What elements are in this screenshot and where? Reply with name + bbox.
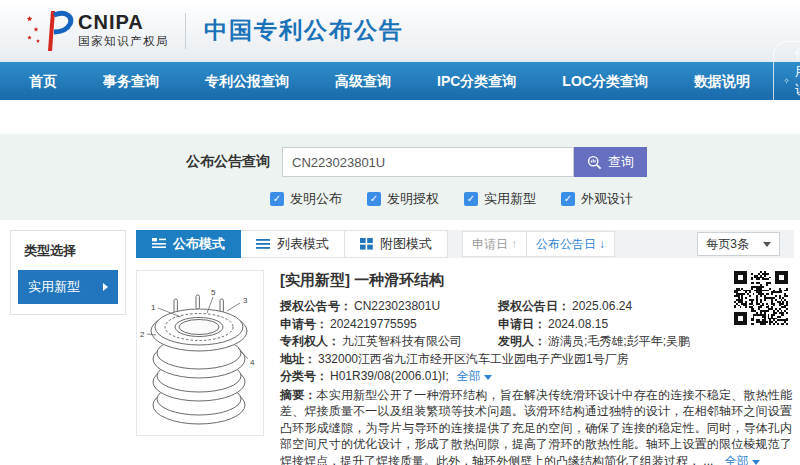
publication-mode-icon xyxy=(152,238,166,250)
field-address: 地址： 332000江西省九江市经开区汽车工业园电子产业园1号厂房 xyxy=(280,351,792,369)
checkbox-checked-icon[interactable] xyxy=(367,192,381,206)
classification-expand-link[interactable]: 全部 xyxy=(457,368,492,386)
filter-invention-publication[interactable]: 发明公布 xyxy=(270,190,342,208)
field-label: 分类号： xyxy=(280,368,328,386)
field-patentee: 专利权人： 九江英智科技有限公司 xyxy=(280,333,498,351)
field-application-date: 申请日： 2024.08.15 xyxy=(498,316,608,334)
field-label: 申请日： xyxy=(498,316,546,334)
field-classification: 分类号： H01R39/08(2006.01)I; 全部 xyxy=(280,368,792,386)
field-inventors: 发明人： 游满员;毛秀雄;彭平年;吴鹏 xyxy=(498,333,690,351)
filter-label: 发明授权 xyxy=(387,190,439,208)
search-button[interactable]: 查询 xyxy=(574,147,647,177)
field-value: 2025.06.24 xyxy=(572,298,632,316)
nav-item-data-notes[interactable]: 数据说明 xyxy=(671,62,773,100)
patent-title[interactable]: [实用新型] 一种滑环结构 xyxy=(280,271,792,290)
type-sidebar: 类型选择 实用新型 xyxy=(10,230,126,315)
field-value: H01R39/08(2006.01)I; xyxy=(330,368,449,386)
field-grant-date: 授权公告日： 2025.06.24 xyxy=(498,298,632,316)
search-section: 公布公告查询 查询 发明公布 发明授权 实用新型 外观 xyxy=(0,134,800,220)
field-value: CN223023801U xyxy=(354,298,440,316)
svg-text:3: 3 xyxy=(243,296,248,305)
abstract-block: 摘要：本实用新型公开了一种滑环结构，旨在解决传统滑环设计中存在的连接不稳定、散热… xyxy=(280,387,792,465)
patent-type-filters: 发明公布 发明授权 实用新型 外观设计 xyxy=(270,190,800,208)
sort-label: 申请日 xyxy=(472,237,508,251)
tab-label: 附图模式 xyxy=(380,235,432,253)
svg-text:5: 5 xyxy=(211,288,216,297)
triangle-down-icon xyxy=(484,375,492,380)
search-button-label: 查询 xyxy=(608,153,634,171)
field-value: 游满员;毛秀雄;彭平年;吴鹏 xyxy=(548,333,690,351)
sort-label: 公布公告日 xyxy=(536,237,596,251)
tab-label: 公布模式 xyxy=(173,235,225,253)
chevron-right-icon xyxy=(103,283,108,291)
sidebar-item-label: 实用新型 xyxy=(28,278,80,296)
tab-publication-mode[interactable]: 公布模式 xyxy=(136,230,241,258)
filter-label: 实用新型 xyxy=(484,190,536,208)
grid-mode-icon xyxy=(360,238,373,250)
sort-by-filing-date-button[interactable]: 申请日 xyxy=(462,231,527,257)
sort-controls: 申请日 公布公告日 xyxy=(462,231,615,257)
nav-item-transaction-query[interactable]: 事务查询 xyxy=(80,62,182,100)
field-label: 地址： xyxy=(280,351,316,369)
cnipa-logo: CNIPA 国家知识产权局 xyxy=(24,9,169,53)
checkbox-checked-icon[interactable] xyxy=(561,192,575,206)
nav-item-loc-query[interactable]: LOC分类查询 xyxy=(539,62,671,100)
field-label: 发明人： xyxy=(498,333,546,351)
nav-item-gazette-query[interactable]: 专利公报查询 xyxy=(182,62,312,100)
chevron-down-icon xyxy=(763,242,771,247)
filter-design[interactable]: 外观设计 xyxy=(561,190,633,208)
cnipa-logo-icon xyxy=(24,9,74,53)
svg-text:2: 2 xyxy=(140,330,145,339)
filter-label: 外观设计 xyxy=(581,190,633,208)
usage-help-label: 使用说明 xyxy=(795,45,800,117)
field-value: 332000江西省九江市经开区汽车工业园电子产业园1号厂房 xyxy=(318,351,629,369)
main-nav: 首页 事务查询 专利公报查询 高级查询 IPC分类查询 LOC分类查询 数据说明… xyxy=(0,62,800,100)
field-value: 九江英智科技有限公司 xyxy=(342,333,462,351)
abstract-label: 摘要： xyxy=(280,388,317,402)
logo-acronym: CNIPA xyxy=(78,12,169,32)
field-grant-number: 授权公告号： CN223023801U xyxy=(280,298,498,316)
results-toolbar: 公布模式 列表模式 附图模式 申请日 xyxy=(136,230,794,258)
filter-label: 发明公布 xyxy=(290,190,342,208)
page-size-value: 每页3条 xyxy=(706,236,749,253)
logo-org-name: 国家知识产权局 xyxy=(78,34,169,49)
qr-code-image xyxy=(734,271,788,325)
sidebar-title: 类型选择 xyxy=(11,231,125,270)
field-value: 2024.08.15 xyxy=(548,316,608,334)
svg-text:4: 4 xyxy=(250,358,255,367)
filter-utility-model[interactable]: 实用新型 xyxy=(464,190,536,208)
field-label: 授权公告日： xyxy=(498,298,570,316)
sidebar-item-utility-model[interactable]: 实用新型 xyxy=(18,270,118,304)
expand-link-label: 全部 xyxy=(725,454,749,465)
tab-figure-mode[interactable]: 附图模式 xyxy=(345,230,448,258)
page-size-select[interactable]: 每页3条 xyxy=(697,232,780,256)
checkbox-checked-icon[interactable] xyxy=(270,192,284,206)
patent-drawing-thumbnail[interactable]: 1 2 3 5 4 xyxy=(136,270,264,436)
field-label: 专利权人： xyxy=(280,333,340,351)
publication-number-input[interactable] xyxy=(282,147,574,177)
header-divider xyxy=(185,13,186,49)
field-application-number: 申请号： 2024219775595 xyxy=(280,316,498,334)
tab-label: 列表模式 xyxy=(277,235,329,253)
abstract-expand-link[interactable]: 全部 xyxy=(725,454,760,465)
nav-item-ipc-query[interactable]: IPC分类查询 xyxy=(414,62,539,100)
list-mode-icon xyxy=(256,238,270,250)
nav-item-advanced-query[interactable]: 高级查询 xyxy=(312,62,414,100)
usage-help-button[interactable]: 使用说明 xyxy=(773,41,800,121)
triangle-down-icon xyxy=(752,460,760,465)
patent-result-item: 1 2 3 5 4 [实用新型] 一种滑环结构 授权公告号： xyxy=(136,270,794,465)
checkbox-checked-icon[interactable] xyxy=(464,192,478,206)
nav-item-home[interactable]: 首页 xyxy=(6,62,80,100)
lightbulb-icon xyxy=(784,74,789,88)
abstract-text: 本实用新型公开了一种滑环结构，旨在解决传统滑环设计中存在的连接不稳定、散热性能差… xyxy=(280,388,792,465)
expand-link-label: 全部 xyxy=(457,369,481,383)
tab-list-mode[interactable]: 列表模式 xyxy=(241,230,345,258)
site-header: CNIPA 国家知识产权局 中国专利公布公告 xyxy=(0,0,800,62)
sort-by-publication-date-button[interactable]: 公布公告日 xyxy=(527,231,615,257)
slip-ring-drawing: 1 2 3 5 4 xyxy=(137,271,263,435)
svg-text:1: 1 xyxy=(151,303,156,312)
field-label: 授权公告号： xyxy=(280,298,352,316)
search-label: 公布公告查询 xyxy=(186,153,270,171)
filter-invention-grant[interactable]: 发明授权 xyxy=(367,190,439,208)
field-label: 申请号： xyxy=(280,316,328,334)
